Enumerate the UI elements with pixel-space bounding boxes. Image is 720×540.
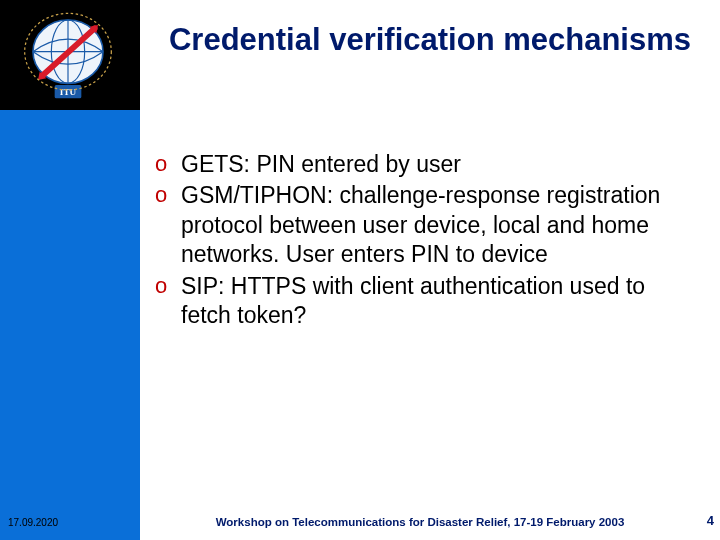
bullet-text: GETS: PIN entered by user (181, 150, 690, 179)
bullet-marker: o (155, 150, 181, 179)
itu-logo-globe: ITU (18, 10, 118, 100)
itu-logo-icon: ITU (18, 10, 118, 100)
itu-logo: ITU (8, 6, 128, 104)
slide: ITU Credential verification mechanisms o… (0, 0, 720, 540)
footer-page-number: 4 (707, 513, 714, 528)
list-item: o SIP: HTTPS with client authentication … (155, 272, 690, 331)
svg-text:ITU: ITU (60, 87, 77, 97)
list-item: o GSM/TIPHON: challenge-response registr… (155, 181, 690, 269)
list-item: o GETS: PIN entered by user (155, 150, 690, 179)
bullet-list: o GETS: PIN entered by user o GSM/TIPHON… (155, 150, 690, 333)
bullet-marker: o (155, 272, 181, 331)
bullet-text: GSM/TIPHON: challenge-response registrat… (181, 181, 690, 269)
slide-title: Credential verification mechanisms (160, 22, 700, 59)
footer-date: 17.09.2020 (8, 517, 58, 528)
bullet-marker: o (155, 181, 181, 269)
bullet-text: SIP: HTTPS with client authentication us… (181, 272, 690, 331)
footer-workshop: Workshop on Telecommunications for Disas… (160, 516, 680, 528)
